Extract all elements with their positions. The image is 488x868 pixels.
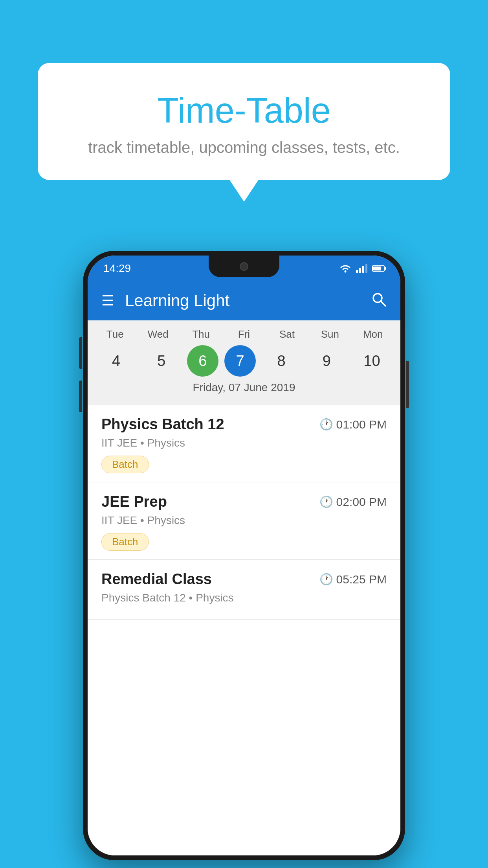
phone-wrapper: 14:29	[83, 251, 405, 860]
schedule-item-sub-1: IIT JEE • Physics	[101, 437, 387, 449]
batch-tag-1: Batch	[101, 456, 149, 473]
day-header-sun: Sun	[310, 328, 350, 340]
schedule-item-time-1: 🕐 01:00 PM	[319, 418, 387, 431]
clock-icon-1: 🕐	[319, 418, 333, 431]
schedule-item-time-2: 🕐 02:00 PM	[319, 495, 387, 509]
schedule-item-title-3: Remedial Class	[101, 571, 212, 588]
schedule-item-sub-3: Physics Batch 12 • Physics	[101, 592, 387, 604]
schedule-item-sub-2: IIT JEE • Physics	[101, 514, 387, 527]
selected-date-label: Friday, 07 June 2019	[88, 377, 400, 401]
batch-tag-2: Batch	[101, 533, 149, 551]
schedule-item-physics-batch[interactable]: Physics Batch 12 🕐 01:00 PM IIT JEE • Ph…	[88, 405, 400, 482]
schedule-item-header-1: Physics Batch 12 🕐 01:00 PM	[101, 416, 387, 433]
battery-icon	[372, 265, 385, 272]
day-9[interactable]: 9	[307, 345, 346, 377]
time-value-3: 05:25 PM	[336, 573, 387, 586]
schedule-list: Physics Batch 12 🕐 01:00 PM IIT JEE • Ph…	[88, 405, 400, 855]
front-camera	[240, 262, 248, 271]
hero-section: Time-Table track timetable, upcoming cla…	[0, 0, 488, 204]
calendar-strip: Tue Wed Thu Fri Sat Sun Mon 4 5 6 7 8 9 …	[88, 320, 400, 405]
day-header-wed: Wed	[138, 328, 178, 340]
schedule-item-time-3: 🕐 05:25 PM	[319, 573, 387, 586]
day-numbers: 4 5 6 7 8 9 10	[88, 345, 400, 377]
wifi-icon	[339, 264, 351, 273]
schedule-item-header-2: JEE Prep 🕐 02:00 PM	[101, 493, 387, 510]
search-icon[interactable]	[371, 291, 387, 311]
app-bar: ☰ Learning Light	[88, 281, 400, 320]
schedule-item-remedial[interactable]: Remedial Class 🕐 05:25 PM Physics Batch …	[88, 560, 400, 620]
side-button-volume-up	[79, 337, 82, 369]
svg-point-0	[345, 270, 347, 272]
schedule-item-jee-prep[interactable]: JEE Prep 🕐 02:00 PM IIT JEE • Physics Ba…	[88, 482, 400, 560]
svg-point-1	[373, 294, 382, 302]
clock-icon-3: 🕐	[319, 573, 333, 586]
signal-icon	[356, 264, 367, 273]
day-7-selected[interactable]: 7	[224, 345, 256, 377]
status-icons	[339, 264, 385, 273]
day-6-today[interactable]: 6	[187, 345, 218, 377]
time-value-2: 02:00 PM	[336, 495, 387, 509]
svg-line-2	[381, 302, 385, 306]
day-header-tue: Tue	[95, 328, 135, 340]
day-headers: Tue Wed Thu Fri Sat Sun Mon	[88, 328, 400, 340]
day-header-sat: Sat	[267, 328, 306, 340]
day-5[interactable]: 5	[142, 345, 181, 377]
clock-icon-2: 🕐	[319, 495, 333, 508]
status-time: 14:29	[103, 262, 131, 275]
schedule-item-title-2: JEE Prep	[101, 493, 167, 510]
side-button-volume-down	[79, 381, 82, 412]
day-4[interactable]: 4	[97, 345, 136, 377]
day-10[interactable]: 10	[352, 345, 391, 377]
phone-frame: 14:29	[83, 251, 405, 860]
phone-screen: 14:29	[88, 256, 400, 855]
side-button-power	[406, 361, 409, 408]
phone-notch	[209, 256, 279, 277]
schedule-item-header-3: Remedial Class 🕐 05:25 PM	[101, 571, 387, 588]
day-8[interactable]: 8	[262, 345, 301, 377]
day-header-fri: Fri	[224, 328, 264, 340]
day-header-thu: Thu	[182, 328, 221, 340]
bubble-subtitle: track timetable, upcoming classes, tests…	[61, 139, 427, 156]
speech-bubble: Time-Table track timetable, upcoming cla…	[38, 63, 450, 180]
day-header-mon: Mon	[353, 328, 393, 340]
bubble-title: Time-Table	[61, 90, 427, 131]
schedule-item-title-1: Physics Batch 12	[101, 416, 224, 433]
battery-fill	[373, 267, 381, 270]
app-title: Learning Light	[125, 291, 371, 310]
hamburger-icon[interactable]: ☰	[101, 294, 113, 308]
time-value-1: 01:00 PM	[336, 418, 387, 431]
